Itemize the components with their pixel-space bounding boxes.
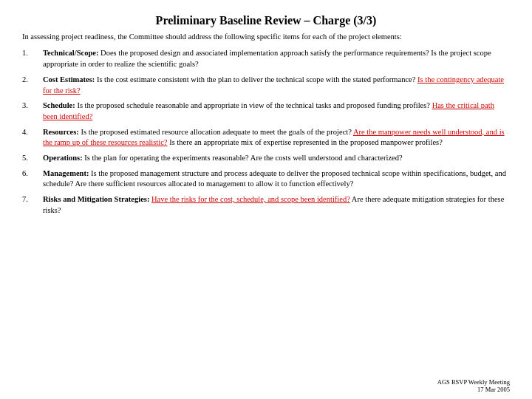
item-content: Resources: Is the proposed estimated res… [43, 127, 510, 149]
item-content: Management: Is the proposed management s… [43, 168, 510, 190]
list-item: 3. Schedule: Is the proposed schedule re… [22, 100, 510, 122]
footer-line1: AGS RSVP Weekly Meeting [437, 378, 510, 386]
item-text-after: Is there an appropriate mix of expertise… [168, 138, 443, 146]
item-underline-text: Have the risks for the cost, schedule, a… [151, 195, 350, 203]
item-bold-label: Cost Estimates: [43, 75, 95, 83]
item-content: Risks and Mitigation Strategies: Have th… [43, 194, 510, 216]
item-content: Operations: Is the plan for operating th… [43, 153, 510, 164]
item-number: 4. [22, 127, 43, 149]
items-list: 1. Technical/Scope: Does the proposed de… [22, 48, 510, 216]
item-text-before: Is the proposed schedule reasonable and … [75, 101, 432, 109]
list-item: 7. Risks and Mitigation Strategies: Have… [22, 194, 510, 216]
item-bold-label: Schedule: [43, 101, 75, 109]
intro-text: In assessing project readiness, the Comm… [22, 32, 510, 43]
footer-line2: 17 Mar 2005 [437, 386, 510, 393]
footer: AGS RSVP Weekly Meeting 17 Mar 2005 [437, 378, 510, 393]
list-item: 5. Operations: Is the plan for operating… [22, 153, 510, 164]
item-text: Does the proposed design and associated … [43, 49, 491, 68]
list-item: 6. Management: Is the proposed managemen… [22, 168, 510, 190]
item-bold-label: Resources: [43, 128, 79, 136]
item-bold-label: Risks and Mitigation Strategies: [43, 195, 149, 203]
item-content: Technical/Scope: Does the proposed desig… [43, 48, 510, 69]
page: Preliminary Baseline Review – Charge (3/… [0, 0, 532, 399]
item-text-before: Is the proposed estimated resource alloc… [79, 128, 353, 136]
item-text: Is the plan for operating the experiment… [83, 154, 403, 162]
item-number: 3. [22, 100, 43, 122]
item-bold-label: Operations: [43, 154, 83, 162]
list-item: 2. Cost Estimates: Is the cost estimate … [22, 75, 510, 96]
item-content: Schedule: Is the proposed schedule reaso… [43, 100, 510, 122]
item-content: Cost Estimates: Is the cost estimate con… [43, 75, 510, 96]
item-bold-label: Technical/Scope: [43, 49, 98, 57]
item-number: 5. [22, 153, 43, 164]
item-number: 1. [22, 48, 43, 69]
item-text-before: Is the cost estimate consistent with the… [95, 75, 417, 83]
item-number: 7. [22, 194, 43, 216]
page-title: Preliminary Baseline Review – Charge (3/… [22, 13, 510, 29]
item-number: 6. [22, 168, 43, 190]
list-item: 4. Resources: Is the proposed estimated … [22, 127, 510, 149]
item-bold-label: Management: [43, 169, 89, 177]
item-number: 2. [22, 75, 43, 96]
item-text: Is the proposed management structure and… [43, 169, 506, 188]
list-item: 1. Technical/Scope: Does the proposed de… [22, 48, 510, 69]
